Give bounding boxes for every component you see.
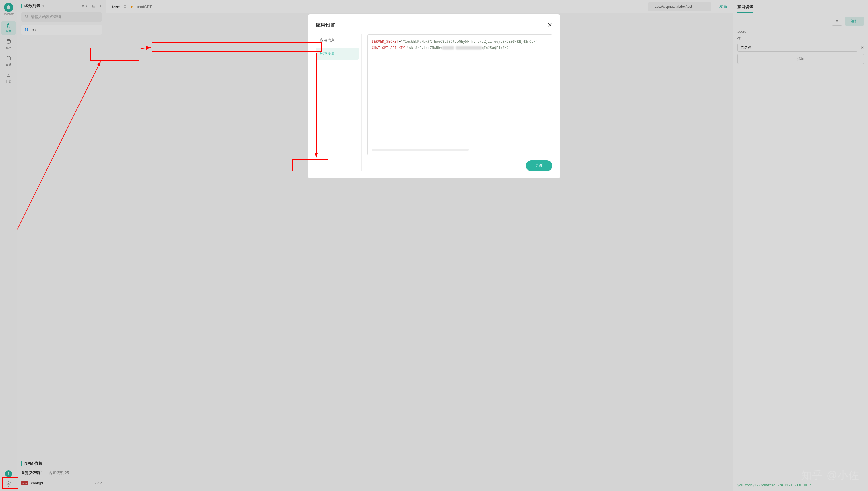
modal-nav-appinfo[interactable]: 应用信息 xyxy=(316,34,358,47)
update-button[interactable]: 更新 xyxy=(526,160,552,171)
watermark: 知乎 @小佐 xyxy=(801,468,859,482)
modal-title: 应用设置 xyxy=(316,22,335,28)
modal-overlay: 应用设置 ✕ 应用信息 环境变量 SERVER_SECRET="Y1esWENM… xyxy=(0,0,868,491)
env-editor[interactable]: SERVER_SECRET="Y1esWENM7Mex8XThAuC8l3SOt… xyxy=(368,34,552,155)
settings-modal: 应用设置 ✕ 应用信息 环境变量 SERVER_SECRET="Y1esWENM… xyxy=(308,15,560,178)
modal-nav-env[interactable]: 环境变量 xyxy=(316,48,358,60)
horizontal-scrollbar[interactable] xyxy=(372,149,469,151)
modal-nav: 应用信息 环境变量 xyxy=(316,34,362,171)
modal-close-icon[interactable]: ✕ xyxy=(547,21,552,29)
